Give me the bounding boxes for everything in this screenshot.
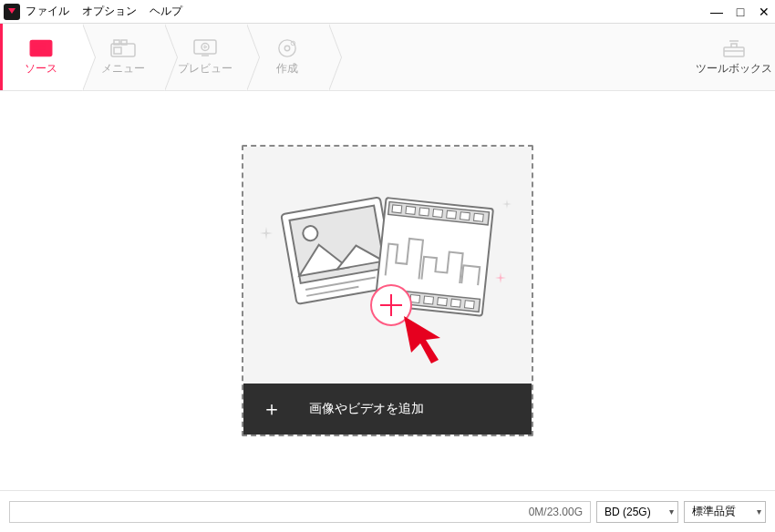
svg-rect-1 (33, 43, 45, 45)
tab-source[interactable]: ソース (0, 24, 82, 90)
drop-zone[interactable]: ＋ 画像やビデオを追加 (242, 145, 533, 436)
svg-point-11 (279, 39, 295, 56)
title-bar: ファイル オプション ヘルプ — □ ✕ (0, 0, 775, 24)
add-media-button[interactable]: ＋ 画像やビデオを追加 (243, 384, 532, 435)
svg-rect-38 (464, 301, 474, 309)
active-indicator (0, 24, 3, 90)
close-button[interactable]: ✕ (757, 5, 771, 19)
svg-rect-2 (33, 46, 45, 48)
tab-label: メニュー (101, 61, 145, 77)
pointer-arrow-icon (400, 312, 455, 367)
maximize-button[interactable]: □ (733, 5, 748, 19)
drop-illustration (243, 147, 532, 384)
svg-rect-14 (724, 47, 744, 56)
svg-rect-7 (114, 47, 121, 54)
step-tabs: ソース メニュー プレビュー 作成 ツールボックス (0, 24, 775, 91)
svg-rect-35 (424, 296, 434, 304)
toolbox-label: ツールボックス (696, 61, 772, 77)
minimize-button[interactable]: — (709, 5, 724, 19)
app-icon (4, 4, 20, 20)
window-controls: — □ ✕ (709, 5, 771, 19)
menu-file[interactable]: ファイル (26, 4, 69, 19)
preview-icon (191, 38, 219, 58)
svg-rect-25 (392, 205, 402, 213)
main-area: ＋ 画像やビデオを追加 (0, 91, 775, 490)
svg-rect-31 (473, 213, 483, 221)
capacity-text: 0M/23.00G (529, 506, 583, 518)
svg-rect-6 (121, 40, 127, 45)
svg-rect-26 (406, 206, 416, 214)
menu-icon (109, 38, 137, 58)
svg-rect-3 (33, 51, 41, 53)
svg-rect-27 (419, 208, 429, 216)
svg-rect-30 (460, 212, 470, 220)
disc-type-value: BD (25G) (604, 506, 651, 518)
plus-icon: ＋ (262, 395, 282, 423)
disc-type-select[interactable]: BD (25G) (596, 501, 678, 523)
tab-label: プレビュー (178, 61, 232, 77)
menu-option[interactable]: オプション (82, 4, 137, 19)
svg-rect-4 (111, 44, 135, 56)
toolbox-icon (720, 38, 748, 58)
status-bar: 0M/23.00G BD (25G) 標準品質 (0, 490, 775, 532)
menu-bar: ファイル オプション ヘルプ (26, 4, 182, 19)
svg-rect-28 (433, 210, 443, 218)
add-media-label: 画像やビデオを追加 (309, 401, 424, 417)
create-icon (274, 38, 301, 58)
quality-select[interactable]: 標準品質 (684, 501, 766, 523)
tab-label: 作成 (276, 61, 298, 77)
svg-point-12 (284, 46, 290, 51)
svg-rect-5 (114, 40, 119, 45)
quality-value: 標準品質 (692, 504, 736, 519)
svg-rect-29 (447, 210, 457, 219)
svg-rect-37 (451, 299, 461, 307)
svg-rect-36 (438, 298, 448, 306)
menu-help[interactable]: ヘルプ (150, 4, 182, 19)
capacity-bar: 0M/23.00G (9, 501, 591, 523)
svg-rect-8 (194, 40, 216, 54)
source-icon (27, 38, 55, 58)
toolbox-button[interactable]: ツールボックス (693, 24, 775, 90)
tab-label: ソース (25, 61, 57, 77)
